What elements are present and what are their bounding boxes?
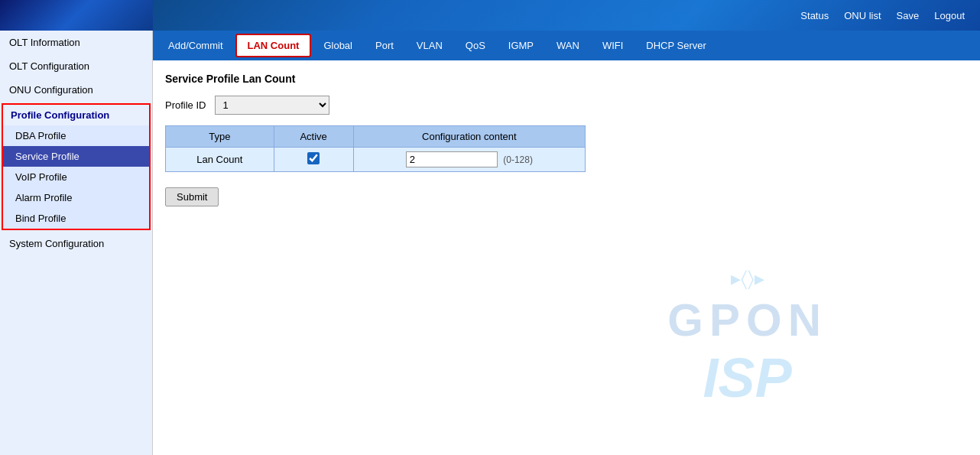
col-header-config: Configuration content: [353, 126, 585, 148]
nav-status[interactable]: Status: [800, 10, 829, 21]
profile-id-row: Profile ID 1: [165, 96, 968, 115]
watermark: ▸〈〉▸ GPON ISP: [667, 267, 827, 409]
lan-count-table: Type Active Configuration content Lan Co…: [165, 125, 586, 172]
watermark-isp: ISP: [667, 346, 827, 409]
sidebar-item-bind-profile[interactable]: Bind Profile: [3, 208, 149, 229]
submit-button[interactable]: Submit: [165, 187, 219, 206]
sidebar-item-voip-profile[interactable]: VoIP Profile: [3, 167, 149, 187]
range-hint: (0-128): [503, 154, 533, 165]
nav-logout[interactable]: Logout: [934, 10, 965, 21]
table-row: Lan Count (0-128): [166, 148, 586, 172]
sidebar-profile-group: Profile Configuration DBA Profile Servic…: [2, 103, 151, 230]
main-area: Add/Commit LAN Count Global Port VLAN Qo…: [153, 31, 980, 455]
sidebar-item-service-profile[interactable]: Service Profile: [3, 146, 149, 167]
col-header-type: Type: [166, 126, 274, 148]
profile-id-select[interactable]: 1: [215, 96, 329, 115]
cell-config: (0-128): [353, 148, 585, 172]
header: Status ONU list Save Logout: [0, 0, 980, 31]
sidebar-item-olt-information[interactable]: OLT Information: [0, 31, 152, 54]
sidebar-item-olt-configuration[interactable]: OLT Configuration: [0, 54, 152, 78]
tab-add-commit[interactable]: Add/Commit: [157, 35, 234, 56]
content-area: Service Profile Lan Count Profile ID 1 T…: [153, 60, 980, 455]
layout: OLT Information OLT Configuration ONU Co…: [0, 31, 980, 455]
sidebar-item-onu-configuration[interactable]: ONU Configuration: [0, 78, 152, 102]
tab-lan-count[interactable]: LAN Count: [235, 34, 312, 57]
sidebar-item-dba-profile[interactable]: DBA Profile: [3, 125, 149, 146]
sidebar-item-alarm-profile[interactable]: Alarm Profile: [3, 187, 149, 208]
sidebar-item-system-configuration[interactable]: System Configuration: [0, 232, 152, 255]
cell-type: Lan Count: [166, 148, 274, 172]
cell-active: [274, 148, 353, 172]
header-nav: Status ONU list Save Logout: [800, 10, 965, 21]
watermark-gpon: GPON: [667, 294, 827, 346]
config-value-input[interactable]: [406, 151, 498, 167]
profile-id-label: Profile ID: [165, 99, 206, 111]
active-checkbox[interactable]: [307, 152, 320, 164]
tab-dhcp-server[interactable]: DHCP Server: [635, 35, 717, 56]
tab-global[interactable]: Global: [313, 35, 363, 56]
tab-wan[interactable]: WAN: [546, 35, 590, 56]
page-title: Service Profile Lan Count: [165, 73, 968, 85]
tab-igmp[interactable]: IGMP: [498, 35, 544, 56]
nav-onu-list[interactable]: ONU list: [844, 10, 881, 21]
tab-port[interactable]: Port: [365, 35, 404, 56]
nav-save[interactable]: Save: [897, 10, 920, 21]
tab-qos[interactable]: QoS: [455, 35, 496, 56]
col-header-active: Active: [274, 126, 353, 148]
submit-row: Submit: [165, 180, 968, 206]
sidebar: OLT Information OLT Configuration ONU Co…: [0, 31, 153, 455]
tab-wifi[interactable]: WIFI: [592, 35, 634, 56]
header-bg: [0, 0, 153, 31]
sidebar-profile-title: Profile Configuration: [3, 105, 149, 125]
tab-vlan[interactable]: VLAN: [406, 35, 453, 56]
tab-bar: Add/Commit LAN Count Global Port VLAN Qo…: [153, 31, 980, 60]
